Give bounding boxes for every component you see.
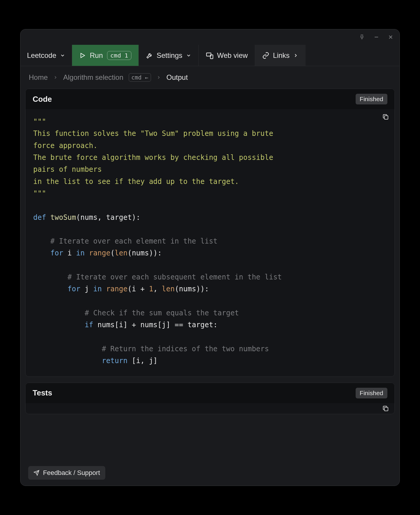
code-text: # Return the indices of the two numbers: [102, 345, 269, 353]
code-text: (: [110, 249, 114, 257]
code-text: j: [80, 285, 93, 293]
breadcrumb-home[interactable]: Home: [29, 73, 48, 82]
code-text: in: [93, 285, 102, 293]
code-text: # Iterate over each element in the list: [50, 237, 218, 245]
run-button[interactable]: Run cmd 1: [72, 45, 139, 66]
tests-panel: Tests Finished: [25, 383, 395, 414]
minimize-icon[interactable]: [373, 34, 379, 40]
leetcode-dropdown[interactable]: Leetcode: [20, 45, 72, 66]
leetcode-label: Leetcode: [27, 51, 56, 60]
feedback-label: Feedback / Support: [43, 469, 100, 477]
code-text: range: [106, 285, 128, 293]
chevron-down-icon: [60, 53, 65, 58]
algo-shortcut: cmd ←: [129, 73, 151, 82]
svg-rect-6: [384, 116, 388, 119]
code-text: (i +: [128, 285, 149, 293]
tests-panel-title: Tests: [33, 388, 52, 398]
copy-icon[interactable]: [382, 113, 389, 120]
settings-label: Settings: [157, 51, 182, 60]
tests-status-badge: Finished: [356, 388, 387, 398]
chevron-right-icon: [156, 75, 161, 80]
play-icon: [79, 52, 86, 59]
code-text: def: [33, 213, 46, 222]
code-text: # Iterate over each subsequent element i…: [68, 273, 282, 281]
close-icon[interactable]: [388, 34, 394, 40]
code-text: range: [89, 249, 110, 257]
code-text: [i, j]: [128, 357, 158, 365]
code-text: (nums, target):: [76, 213, 141, 222]
code-text: i: [63, 249, 76, 257]
code-text: for: [68, 285, 80, 293]
webview-label: Web view: [217, 51, 248, 60]
code-panel: Code Finished """ This function solves t…: [25, 89, 395, 377]
link-icon: [262, 52, 269, 59]
chevron-right-icon: [293, 53, 298, 58]
run-shortcut: cmd 1: [107, 51, 131, 60]
tests-panel-header: Tests Finished: [26, 383, 394, 403]
send-icon: [34, 470, 39, 476]
code-text: force approach.: [33, 142, 98, 150]
code-text: for: [50, 249, 63, 257]
code-text: return: [102, 357, 128, 365]
code-text: The brute force algorithm works by check…: [33, 153, 278, 162]
breadcrumb: Home Algorithm selection cmd ← Output: [20, 66, 400, 89]
breadcrumb-algo[interactable]: Algorithm selection: [63, 73, 123, 82]
code-text: """: [33, 189, 46, 198]
breadcrumb-output: Output: [166, 73, 188, 82]
webview-button[interactable]: Web view: [199, 45, 255, 66]
code-panel-header: Code Finished: [26, 89, 394, 109]
pin-icon[interactable]: [359, 34, 365, 40]
svg-rect-7: [384, 407, 388, 411]
code-text: pairs of numbers: [33, 165, 102, 174]
code-block: """ This function solves the "Two Sum" p…: [26, 109, 394, 376]
code-text: 1: [149, 285, 153, 293]
code-text: if: [85, 321, 93, 329]
code-text: This function solves the "Two Sum" probl…: [33, 129, 278, 138]
app-window: Leetcode Run cmd 1 Settings Web view Lin…: [20, 29, 400, 486]
settings-button[interactable]: Settings: [139, 45, 199, 66]
content: Code Finished """ This function solves t…: [20, 89, 400, 462]
code-text: (nums)):: [175, 285, 209, 293]
code-text: len: [162, 285, 175, 293]
code-text: nums[i] + nums[j] == target:: [93, 321, 217, 329]
run-label: Run: [90, 51, 103, 60]
code-text: twoSum: [50, 213, 76, 222]
links-label: Links: [273, 51, 289, 60]
footer: Feedback / Support: [20, 462, 400, 486]
code-text: len: [115, 249, 128, 257]
links-button[interactable]: Links: [255, 45, 306, 66]
code-text: in: [76, 249, 85, 257]
titlebar: [20, 29, 400, 45]
svg-marker-3: [81, 53, 85, 58]
chevron-right-icon: [53, 75, 58, 80]
code-panel-title: Code: [33, 95, 52, 104]
feedback-button[interactable]: Feedback / Support: [28, 466, 105, 480]
code-text: # Check if the sum equals the target: [85, 309, 239, 317]
wrench-icon: [146, 52, 153, 59]
code-text: in the list to see if they add up to the…: [33, 177, 239, 186]
toolbar: Leetcode Run cmd 1 Settings Web view Lin…: [20, 45, 400, 66]
devices-icon: [206, 52, 214, 59]
code-text: ,: [153, 285, 162, 293]
code-text: (nums)):: [128, 249, 162, 257]
chevron-down-icon: [186, 53, 191, 58]
code-status-badge: Finished: [356, 94, 387, 104]
code-text: """: [33, 117, 46, 126]
copy-icon[interactable]: [382, 405, 389, 412]
